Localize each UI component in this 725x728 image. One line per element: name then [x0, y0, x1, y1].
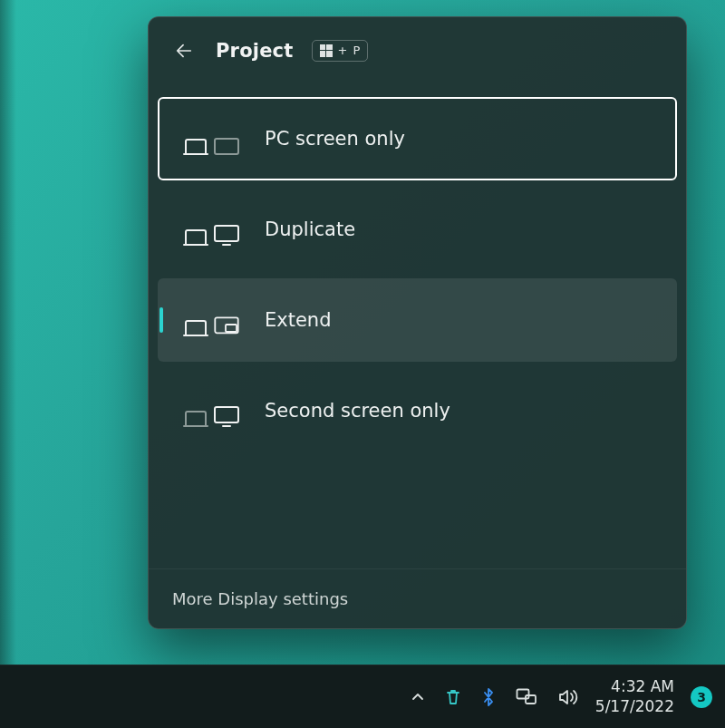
option-label: Second screen only [265, 400, 450, 422]
system-tray [411, 687, 579, 707]
option-label: Extend [265, 309, 332, 331]
bluetooth-tray-icon[interactable] [481, 687, 496, 707]
windows-key-icon [320, 44, 333, 57]
taskbar-clock[interactable]: 4:32 AM 5/17/2022 [595, 677, 674, 716]
option-pc-screen-only[interactable]: PC screen only [158, 97, 677, 180]
pc-screen-only-icon [183, 122, 237, 155]
svg-rect-2 [517, 689, 528, 698]
tray-overflow-button[interactable] [411, 690, 425, 704]
back-button[interactable] [170, 37, 198, 64]
flyout-title: Project [216, 40, 294, 62]
option-label: Duplicate [265, 218, 355, 240]
network-tray-icon[interactable] [516, 688, 537, 706]
bluetooth-icon [481, 687, 496, 707]
shortcut-key: P [353, 44, 360, 57]
duplicate-icon [183, 213, 237, 246]
speaker-icon [557, 688, 579, 706]
chevron-up-icon [411, 690, 425, 704]
clock-time: 4:32 AM [611, 677, 674, 696]
extend-icon [183, 304, 237, 336]
project-options-list: PC screen only Duplicate Extend [149, 81, 686, 452]
svg-rect-3 [526, 695, 536, 704]
recycle-bin-tray-icon[interactable] [445, 688, 461, 706]
taskbar: 4:32 AM 5/17/2022 3 [0, 665, 725, 728]
option-extend[interactable]: Extend [158, 278, 677, 362]
flyout-header: Project + P [149, 17, 686, 81]
trash-icon [445, 688, 461, 706]
desktop-inner-shadow [0, 0, 16, 728]
second-screen-only-icon [183, 394, 237, 427]
option-duplicate[interactable]: Duplicate [158, 188, 677, 271]
back-arrow-icon [174, 41, 194, 61]
clock-date: 5/17/2022 [595, 697, 674, 716]
network-icon [516, 688, 537, 706]
project-flyout: Project + P PC screen only Duplicate [148, 16, 687, 629]
more-display-settings-link[interactable]: More Display settings [149, 568, 686, 628]
volume-tray-icon[interactable] [557, 688, 579, 706]
option-label: PC screen only [265, 128, 405, 150]
option-second-screen-only[interactable]: Second screen only [158, 369, 677, 452]
svg-rect-1 [226, 325, 237, 332]
shortcut-hint: + P [312, 40, 369, 62]
shortcut-plus: + [338, 44, 348, 57]
notification-center-badge[interactable]: 3 [691, 686, 712, 708]
